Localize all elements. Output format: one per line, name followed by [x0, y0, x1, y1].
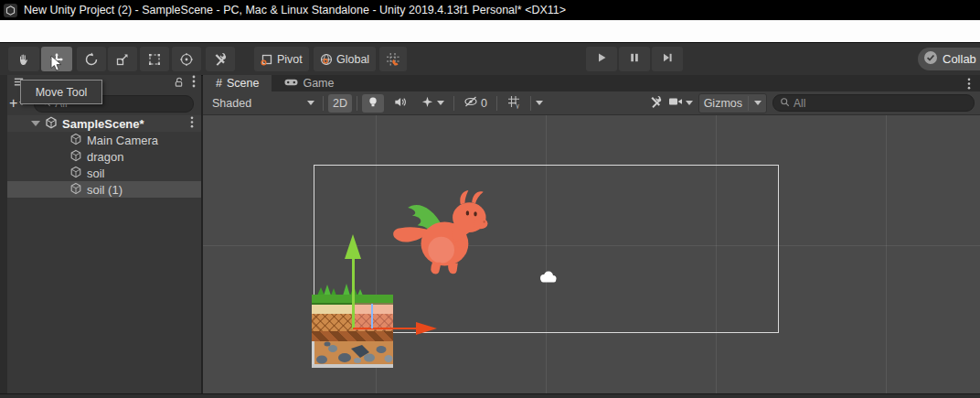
pebbles — [314, 341, 393, 364]
menu-item[interactable] — [16, 20, 33, 42]
hidden-objects-button[interactable]: 0 — [459, 94, 492, 113]
menu-item[interactable] — [82, 20, 99, 42]
collab-check-icon — [923, 50, 938, 68]
more-options-icon[interactable] — [192, 75, 196, 91]
tooltip-text: Move Tool — [36, 86, 88, 99]
scene-name: SampleScene* — [62, 117, 144, 131]
chevron-down-icon — [307, 101, 314, 105]
hierarchy-items: Main Camera dragon soil soil (1) — [7, 132, 201, 198]
hand-icon — [16, 52, 31, 67]
audio-toggle-button[interactable] — [389, 94, 411, 113]
menu-item[interactable] — [66, 20, 82, 42]
custom-tool-button[interactable] — [206, 47, 235, 71]
scale-tool-button[interactable] — [108, 47, 137, 71]
scene-canvas[interactable] — [203, 115, 980, 393]
gamepad-icon — [284, 77, 298, 91]
divider — [323, 96, 324, 111]
hidden-count: 0 — [481, 97, 487, 110]
move-tool-tooltip: Move Tool — [20, 80, 102, 104]
hierarchy-item-row[interactable]: dragon — [7, 148, 201, 165]
grid-options-chevron-icon[interactable] — [536, 101, 543, 105]
gizmo-center-tick[interactable] — [371, 304, 373, 328]
divider — [530, 96, 531, 111]
pivot-toggle-button[interactable]: Pivot — [254, 47, 309, 71]
component-tools-icon[interactable] — [649, 95, 663, 112]
scene-view-toolbar: Shaded 2D 0 — [203, 91, 980, 115]
gameobject-cube-icon — [69, 182, 82, 198]
gameobject-cube-icon — [69, 166, 82, 181]
menu-item[interactable] — [33, 20, 49, 42]
collab-button[interactable]: Collab — [918, 48, 980, 70]
cloud-sprite[interactable] — [538, 270, 559, 284]
scene-panel-more-icon[interactable] — [967, 77, 971, 91]
grid-visibility-button[interactable]: y — [502, 94, 526, 113]
hierarchy-tree: SampleScene* Main Camera dragon soil — [7, 115, 201, 198]
camera-icon — [668, 96, 683, 110]
gizmo-x-axis-handle[interactable] — [353, 328, 417, 329]
rect-tool-icon — [147, 52, 162, 67]
global-toggle-button[interactable]: Global — [314, 47, 376, 71]
snap-grid-magnet-icon — [386, 52, 400, 67]
grass-icon — [315, 283, 372, 296]
hierarchy-item-row[interactable]: soil — [7, 165, 201, 181]
menu-item[interactable] — [0, 20, 16, 42]
rotate-tool-button[interactable] — [77, 47, 106, 71]
mouse-cursor — [50, 55, 63, 77]
step-button[interactable] — [652, 47, 683, 71]
hierarchy-item-row[interactable]: Main Camera — [7, 132, 201, 148]
menu-item[interactable] — [49, 20, 66, 42]
scene-search-value: All — [794, 97, 805, 110]
scene-more-options-icon[interactable] — [190, 116, 194, 131]
scene-toolbar-right: Gizmos All — [649, 93, 975, 113]
gizmo-y-axis-handle[interactable] — [352, 258, 355, 329]
status-bar — [0, 393, 980, 398]
tab-game[interactable]: Game — [272, 75, 346, 91]
divider — [453, 96, 454, 111]
foldout-arrow-icon[interactable] — [31, 121, 40, 126]
gameobject-name: soil (1) — [87, 183, 122, 197]
hierarchy-panel: + All SampleScene* Main Camera — [0, 75, 201, 393]
lighting-toggle-button[interactable] — [362, 94, 384, 113]
lightbulb-icon — [367, 95, 379, 112]
scene-search-input[interactable]: All — [772, 94, 975, 112]
gameobject-name: soil — [87, 167, 105, 180]
chevron-down-icon[interactable] — [437, 101, 444, 105]
view-tab-bar: # Scene Game — [203, 75, 980, 91]
2d-label: 2D — [333, 97, 347, 110]
camera-settings-button[interactable] — [668, 96, 693, 110]
unity-scene-icon — [45, 116, 58, 132]
gizmos-dropdown[interactable]: Gizmos — [698, 93, 767, 113]
2d-toggle-button[interactable]: 2D — [328, 94, 352, 113]
collab-label: Collab — [943, 52, 976, 66]
main-toolbar: Pivot Global Collab — [0, 43, 980, 76]
play-button[interactable] — [586, 47, 617, 71]
dragon-sprite[interactable] — [389, 188, 498, 277]
game-tab-label: Game — [303, 77, 334, 90]
transform-tool-button[interactable] — [172, 47, 201, 71]
grid-snapping-button[interactable] — [379, 47, 407, 71]
pivot-icon — [261, 53, 273, 66]
hierarchy-item-row[interactable]: soil (1) — [7, 181, 201, 198]
transform-icon — [179, 52, 194, 67]
scale-icon — [115, 52, 130, 67]
tab-scene[interactable]: # Scene — [203, 75, 272, 91]
gameobject-cube-icon — [69, 149, 82, 165]
menu-bar — [0, 20, 980, 43]
rect-tool-button[interactable] — [140, 47, 169, 71]
wrench-screwdriver-icon — [213, 52, 228, 67]
effects-star-icon — [421, 95, 434, 112]
scene-root-row[interactable]: SampleScene* — [7, 115, 201, 132]
draw-mode-dropdown[interactable]: Shaded — [208, 97, 318, 110]
gameobject-name: Main Camera — [87, 134, 158, 147]
pause-button[interactable] — [619, 47, 650, 71]
hand-tool-button[interactable] — [8, 47, 39, 71]
menu-item[interactable] — [99, 20, 115, 42]
title-bar: New Unity Project (2) - SampleScene - PC… — [0, 0, 980, 20]
effects-toggle-button[interactable] — [416, 94, 449, 113]
divider — [748, 96, 749, 111]
lock-icon[interactable] — [173, 75, 185, 91]
draw-mode-value: Shaded — [212, 97, 251, 110]
gizmo-x-arrowhead[interactable] — [416, 322, 437, 335]
gizmo-y-arrowhead[interactable] — [345, 234, 361, 259]
playmode-controls — [586, 47, 683, 71]
